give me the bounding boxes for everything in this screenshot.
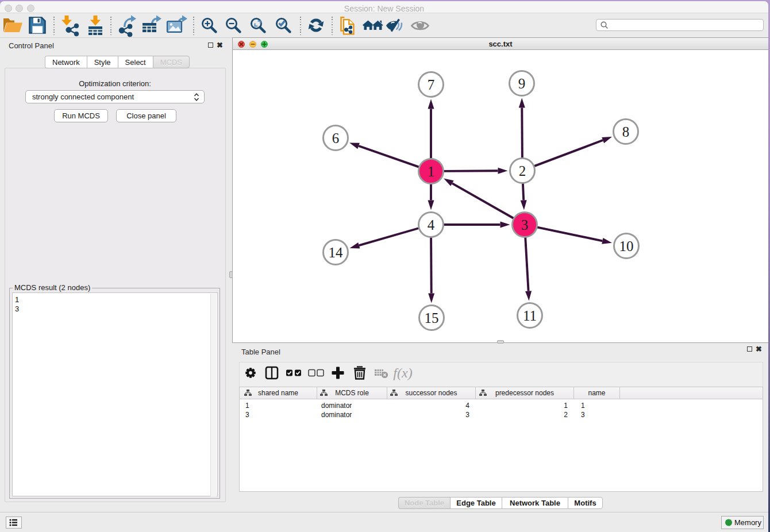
svg-text:11: 11 (523, 308, 537, 323)
svg-text:9: 9 (518, 76, 526, 91)
svg-text:8: 8 (622, 124, 630, 140)
svg-text:Memory: Memory (734, 518, 761, 527)
svg-text:f(x): f(x) (393, 365, 412, 380)
svg-text:2: 2 (519, 163, 526, 179)
svg-text:14: 14 (329, 245, 344, 260)
svg-text:7: 7 (428, 77, 435, 92)
svg-text:4: 4 (428, 217, 435, 233)
svg-text:10: 10 (619, 238, 634, 254)
svg-text:6: 6 (332, 130, 340, 146)
svg-text:1: 1 (428, 164, 435, 179)
svg-text:3: 3 (521, 217, 529, 233)
svg-text:15: 15 (425, 310, 439, 326)
